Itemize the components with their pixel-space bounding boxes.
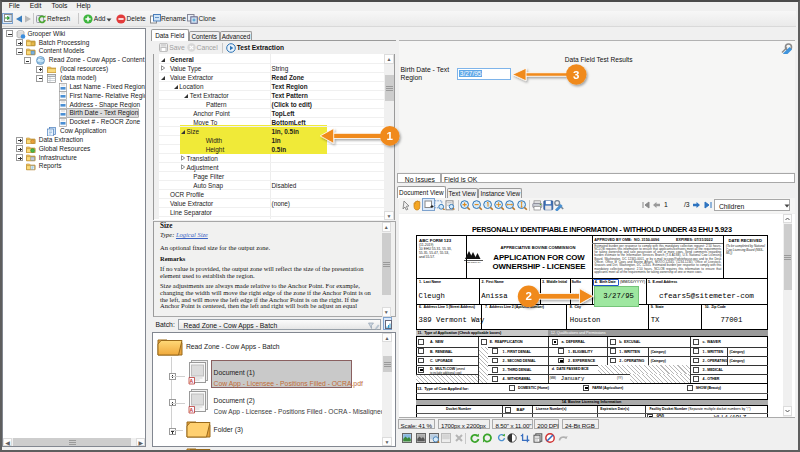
svg-text:A: A [189,378,193,384]
svg-text:A: A [189,407,193,413]
svg-text:ABC COMPANY: ABC COMPANY [467,260,482,262]
